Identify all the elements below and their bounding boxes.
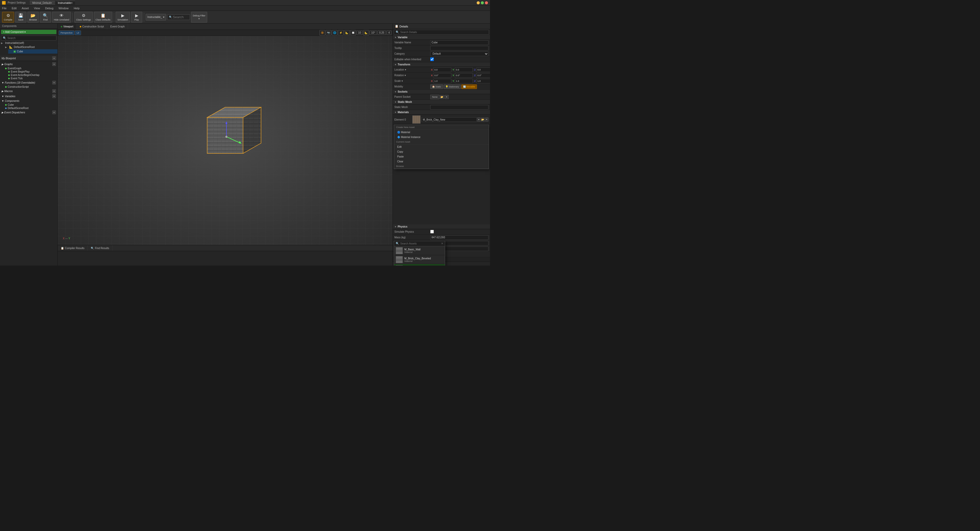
category-select[interactable]: Default <box>430 51 488 56</box>
ctx-material-instance-item[interactable]: 🔷 Material Instance <box>394 135 489 140</box>
variables-header[interactable]: ▼ Variables + <box>0 94 57 99</box>
material-browse-button[interactable]: 📂 <box>481 118 484 121</box>
macros-header[interactable]: ▶ Macros + <box>0 88 57 94</box>
event-graph-item[interactable]: EventGraph <box>0 67 57 70</box>
movable-mobility-button[interactable]: 🔄 Movable <box>461 85 477 89</box>
transform-section-header[interactable]: ▼ Transform <box>393 62 490 67</box>
event-tick-item[interactable]: Event Tick <box>0 77 57 80</box>
add-component-button[interactable]: + Add Component ▾ <box>1 30 56 34</box>
location-y-input[interactable] <box>455 67 473 72</box>
tab-instructable[interactable]: Instructable+ <box>56 1 75 5</box>
lit-button[interactable]: Lit <box>75 30 81 35</box>
menu-window[interactable]: Window <box>57 7 70 10</box>
construction-script-item[interactable]: ConstructionScript <box>0 85 57 88</box>
details-search-input[interactable] <box>400 31 487 33</box>
tab-event-graph[interactable]: Event Graph <box>107 24 128 30</box>
vp-icon-1[interactable]: 🔆 <box>320 30 325 36</box>
add-macro-button[interactable]: + <box>52 89 56 93</box>
scale-z-input[interactable] <box>476 79 490 83</box>
search-input[interactable] <box>173 15 188 19</box>
mass-input[interactable] <box>430 235 488 240</box>
stationary-mobility-button[interactable]: 💡 Stationary <box>444 85 461 89</box>
materials-section-header[interactable]: ▼ Materials <box>393 110 490 115</box>
tab-construction-script[interactable]: Construction Script <box>77 24 107 30</box>
default-scene-root-bp-item[interactable]: DefaultSceneRoot <box>0 107 57 110</box>
scale-x-input[interactable] <box>433 79 451 83</box>
functions-header[interactable]: ▼ Functions (18 Overridable) + <box>0 80 57 85</box>
cube-component-item[interactable]: Cube <box>0 103 57 107</box>
list-item[interactable]: M_Basic_Wall Material <box>394 246 445 255</box>
simulation-button[interactable]: ▶ Simulation <box>116 12 130 22</box>
location-z-input[interactable] <box>476 67 490 72</box>
add-variable-button[interactable]: + <box>52 94 56 98</box>
graphs-header[interactable]: ▶ Graphs + <box>0 62 57 67</box>
instructable-self-item[interactable]: ▶ Instructable(self) <box>0 41 57 45</box>
class-settings-button[interactable]: ⚙ Class Settings <box>74 12 93 22</box>
class-defaults-button[interactable]: 📋 Class Defaults <box>94 12 112 22</box>
default-scene-root-item[interactable]: ▶ 📐 DefaultSceneRoot <box>4 45 57 49</box>
details-search[interactable]: 🔍 <box>394 30 489 35</box>
vp-icon-3[interactable]: 🌐 <box>332 30 337 36</box>
toolbar-search[interactable]: 🔍 <box>167 14 190 20</box>
simulate-physics-checkbox[interactable] <box>430 230 434 233</box>
add-dispatcher-button[interactable]: + <box>52 110 56 114</box>
maximize-button[interactable] <box>481 1 484 4</box>
add-graph-button[interactable]: + <box>52 62 56 66</box>
close-button[interactable] <box>485 1 488 4</box>
tab-find-results[interactable]: 🔍 Find Results <box>88 245 113 251</box>
play-button[interactable]: ▶ Play <box>131 12 142 22</box>
vp-icon-4[interactable]: ⚡ <box>338 30 344 36</box>
debug-filter-button[interactable]: Debug Filter ▾ <box>191 12 207 22</box>
parent-socket-browse-icon[interactable]: 📂 <box>440 95 444 99</box>
save-button[interactable]: 💾 Save <box>15 12 26 22</box>
editable-when-inherited-checkbox[interactable] <box>430 57 434 61</box>
minimize-button[interactable] <box>477 1 480 4</box>
menu-help[interactable]: Help <box>73 7 81 10</box>
menu-edit[interactable]: Edit <box>11 7 18 10</box>
browse-button[interactable]: 📂 Browse <box>27 12 39 22</box>
material-dropdown-button[interactable]: ▾ <box>477 118 480 121</box>
tab-viewport[interactable]: Viewport <box>58 24 77 30</box>
scale-y-input[interactable] <box>455 79 473 83</box>
parent-socket-none-button[interactable]: None <box>430 95 439 99</box>
components-search[interactable]: 🔍 <box>1 36 56 40</box>
ctx-clear-item[interactable]: Clear <box>394 159 489 164</box>
material-clear-button[interactable]: ✕ <box>485 118 488 121</box>
menu-asset[interactable]: Asset <box>21 7 30 10</box>
static-mobility-button[interactable]: 🏠 Static <box>430 85 443 89</box>
menu-file[interactable]: File <box>1 7 8 10</box>
vp-angle-icon[interactable]: 📐 <box>363 30 369 36</box>
menu-view[interactable]: View <box>33 7 41 10</box>
parent-socket-clear-icon[interactable]: ✕ <box>445 95 449 99</box>
rotation-z-input[interactable] <box>476 73 490 78</box>
vp-icon-6[interactable]: 🔲 <box>350 30 356 36</box>
instructable-dropdown[interactable]: Instructable_ ▾ <box>146 14 166 21</box>
event-begin-play-item[interactable]: Event BeginPlay <box>0 70 57 73</box>
physics-section-header[interactable]: ▼ Physics <box>393 225 490 229</box>
ctx-copy-item[interactable]: Copy <box>394 149 489 154</box>
static-mesh-input[interactable] <box>430 105 488 110</box>
components-search-input[interactable] <box>8 37 55 40</box>
sockets-section-header[interactable]: ▼ Sockets <box>393 89 490 94</box>
vp-icon-2[interactable]: 📷 <box>326 30 331 36</box>
find-button[interactable]: 🔍 Find <box>40 12 51 22</box>
browse-search[interactable]: 🔍 ✕ <box>394 241 445 246</box>
ctx-edit-item[interactable]: Edit <box>394 144 489 149</box>
ctx-material-item[interactable]: 🔵 Material <box>394 130 489 135</box>
material-name-input[interactable] <box>422 117 477 122</box>
static-mesh-section-header[interactable]: ▼ Static Mesh <box>393 100 490 104</box>
perspective-button[interactable]: Perspective <box>59 30 74 35</box>
menu-debug[interactable]: Debug <box>44 7 54 10</box>
list-item[interactable]: M_Brick_Clay_Beveled Material <box>394 255 445 264</box>
tooltip-input[interactable] <box>430 46 488 51</box>
ctx-paste-item[interactable]: Paste <box>394 154 489 159</box>
rotation-y-input[interactable] <box>455 73 473 78</box>
add-new-button[interactable]: + <box>52 56 56 60</box>
variable-name-input[interactable] <box>430 40 488 45</box>
browse-search-input[interactable] <box>400 242 440 245</box>
hide-unrelated-button[interactable]: 👁 Hide Unrelated <box>52 12 71 22</box>
components-bp-header[interactable]: ▼ Components <box>0 99 57 103</box>
tab-minimal[interactable]: Minimal_Default+ <box>30 1 55 5</box>
list-item[interactable]: M_Brick_Clay_New Material <box>394 264 445 266</box>
variable-section-header[interactable]: ▼ Variable <box>393 35 490 40</box>
